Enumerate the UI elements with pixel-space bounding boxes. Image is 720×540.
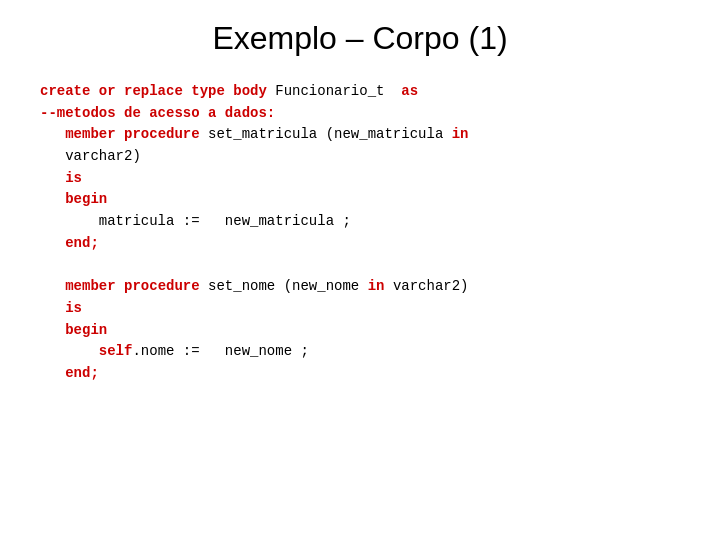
code-line-4: varchar2) (40, 146, 690, 168)
code-line-12: begin (40, 320, 690, 342)
code-line-1: create or replace type body Funcionario_… (40, 81, 690, 103)
code-block: create or replace type body Funcionario_… (30, 81, 690, 385)
code-line-5: is (40, 168, 690, 190)
page: Exemplo – Corpo (1) create or replace ty… (0, 0, 720, 540)
code-line-9 (40, 255, 690, 277)
code-line-2: --metodos de acesso a dados: (40, 103, 690, 125)
code-line-8: end; (40, 233, 690, 255)
code-line-6: begin (40, 189, 690, 211)
code-line-7: matricula := new_matricula ; (40, 211, 690, 233)
code-line-11: is (40, 298, 690, 320)
code-line-3: member procedure set_matricula (new_matr… (40, 124, 690, 146)
page-title: Exemplo – Corpo (1) (212, 20, 507, 57)
code-line-14: end; (40, 363, 690, 385)
code-line-13: self.nome := new_nome ; (40, 341, 690, 363)
code-line-10: member procedure set_nome (new_nome in v… (40, 276, 690, 298)
